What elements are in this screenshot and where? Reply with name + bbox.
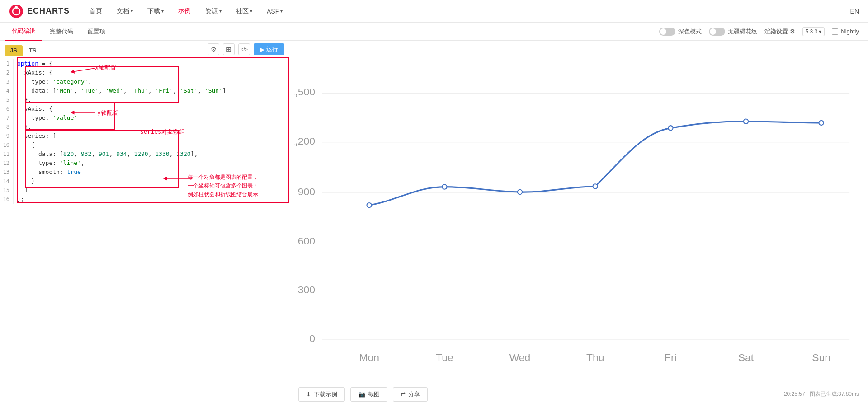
- timestamp-text: 20:25:57: [784, 391, 805, 397]
- render-settings-label: 渲染设置: [764, 28, 788, 36]
- code-line: 12 type: 'line',: [0, 159, 289, 168]
- nav-community[interactable]: 社区 ▾: [230, 4, 259, 19]
- svg-text:1,200: 1,200: [294, 135, 315, 147]
- nav-asf[interactable]: ASF ▾: [260, 4, 289, 19]
- sub-tab-full-code[interactable]: 完整代码: [42, 23, 80, 40]
- nightly-toggle-item: Nightly: [832, 28, 859, 35]
- dark-mode-label: 深色模式: [678, 28, 702, 36]
- dark-mode-toggle-item: 深色模式: [659, 28, 702, 36]
- chart-svg: 0 300 600 900 1,200 1,500 Mon Tue Wed: [294, 50, 859, 380]
- svg-text:900: 900: [298, 186, 315, 197]
- share-label: 分享: [408, 390, 420, 398]
- chart-bottom-bar: ⬇ 下载示例 📷 截图 ⇄ 分享 20:25:57 图表已生成:37.80ms: [289, 385, 868, 403]
- nav-examples[interactable]: 示例: [172, 3, 197, 19]
- version-selector[interactable]: 5.3.3 ▾: [802, 27, 825, 36]
- nightly-checkbox[interactable]: [832, 28, 838, 35]
- svg-text:Sun: Sun: [812, 351, 830, 363]
- code-icon-btn[interactable]: </>: [238, 43, 250, 55]
- code-line: 6 yAxis: {: [0, 104, 289, 113]
- sub-tab-config[interactable]: 配置项: [80, 23, 113, 40]
- svg-point-2: [15, 6, 18, 9]
- download-icon: ⬇: [306, 391, 311, 398]
- nav-docs-arrow: ▾: [131, 9, 133, 14]
- gear-icon: ⚙: [790, 28, 795, 35]
- svg-text:Tue: Tue: [436, 351, 453, 363]
- svg-text:Thu: Thu: [586, 351, 604, 363]
- data-point-thu: [593, 184, 597, 188]
- nav-resources[interactable]: 资源 ▾: [199, 4, 228, 19]
- version-label: 5.3.3: [806, 28, 818, 35]
- code-line: 16 };: [0, 195, 289, 204]
- code-line: 2 xAxis: {: [0, 68, 289, 77]
- dark-mode-toggle[interactable]: [659, 28, 675, 36]
- nav-resources-arrow: ▾: [219, 9, 222, 14]
- data-point-mon: [367, 203, 371, 207]
- chevron-down-icon: ▾: [819, 28, 821, 35]
- copy-icon: ⊞: [226, 46, 231, 53]
- lang-tab-icons: ⚙ ⊞ </> ▶ 运行: [208, 43, 284, 57]
- download-btn[interactable]: ⬇ 下载示例: [298, 387, 345, 402]
- code-line: 1 option = {: [0, 59, 289, 68]
- run-icon: ▶: [260, 46, 264, 53]
- code-line: 15 ]: [0, 186, 289, 195]
- svg-text:Wed: Wed: [509, 351, 531, 363]
- svg-text:300: 300: [298, 284, 315, 295]
- svg-text:1,500: 1,500: [294, 86, 315, 98]
- code-line: 4 data: ['Mon', 'Tue', 'Wed', 'Thu', 'Fr…: [0, 86, 289, 95]
- code-content[interactable]: 1 option = { 2 xAxis: { 3 type: 'categor…: [0, 57, 289, 403]
- nav-lang[interactable]: EN: [850, 8, 859, 15]
- nightly-label: Nightly: [841, 28, 859, 35]
- code-line: 13 smooth: true: [0, 168, 289, 177]
- share-icon: ⇄: [401, 391, 406, 398]
- lang-tabs-left: JS TS: [5, 45, 42, 56]
- chart-line: [369, 122, 821, 205]
- run-label: 运行: [266, 45, 278, 53]
- screenshot-label: 截图: [368, 390, 380, 398]
- code-icon: </>: [241, 47, 248, 52]
- code-line: 5 },: [0, 95, 289, 104]
- nav-asf-arrow: ▾: [280, 9, 283, 14]
- data-point-sun: [819, 121, 823, 125]
- code-lang-tabs: JS TS ⚙ ⊞ </> ▶ 运行: [0, 41, 289, 57]
- logo-text: ECHARTS: [27, 6, 70, 16]
- no-border-toggle[interactable]: [709, 28, 725, 36]
- share-btn[interactable]: ⇄ 分享: [393, 387, 428, 402]
- code-line: 14 }: [0, 177, 289, 186]
- chart-area: 0 300 600 900 1,200 1,500 Mon Tue Wed: [289, 41, 868, 385]
- sub-tab-code-edit[interactable]: 代码编辑: [5, 23, 42, 41]
- code-line: 7 type: 'value': [0, 113, 289, 122]
- chart-info-text: 图表已生成:37.80ms: [810, 391, 859, 397]
- copy-icon-btn[interactable]: ⊞: [223, 43, 235, 55]
- lang-tab-ts[interactable]: TS: [24, 45, 42, 56]
- lang-tab-js[interactable]: JS: [5, 45, 23, 56]
- top-navigation: ECHARTS 首页 文档 ▾ 下载 ▾ 示例 资源 ▾ 社区 ▾ ASF ▾ …: [0, 0, 868, 23]
- svg-text:600: 600: [298, 235, 315, 247]
- svg-text:0: 0: [309, 333, 315, 344]
- code-line: 9 series: [: [0, 131, 289, 141]
- code-line: 3 type: 'category',: [0, 77, 289, 86]
- no-border-toggle-item: 无疆碍花纹: [709, 28, 757, 36]
- run-button[interactable]: ▶ 运行: [254, 43, 284, 55]
- no-border-label: 无疆碍花纹: [728, 28, 757, 36]
- data-point-sat: [744, 119, 748, 124]
- chart-timestamp: 20:25:57 图表已生成:37.80ms: [784, 390, 859, 398]
- chart-actions: ⬇ 下载示例 📷 截图 ⇄ 分享: [298, 387, 428, 402]
- data-point-tue: [442, 184, 447, 189]
- svg-text:Fri: Fri: [665, 351, 677, 363]
- chart-panel: 0 300 600 900 1,200 1,500 Mon Tue Wed: [289, 41, 868, 403]
- logo-area[interactable]: ECHARTS: [9, 4, 70, 19]
- nav-items: 首页 文档 ▾ 下载 ▾ 示例 资源 ▾ 社区 ▾ ASF ▾: [83, 3, 850, 19]
- settings-icon: ⚙: [211, 46, 217, 53]
- nav-home[interactable]: 首页: [83, 4, 108, 19]
- svg-text:Mon: Mon: [359, 351, 379, 363]
- nav-download[interactable]: 下载 ▾: [141, 4, 170, 19]
- sub-navigation: 代码编辑 完整代码 配置项 深色模式 无疆碍花纹 渲染设置 ⚙ 5.3.3 ▾ …: [0, 23, 868, 41]
- camera-icon: 📷: [358, 391, 365, 398]
- render-settings-button[interactable]: 渲染设置 ⚙: [764, 28, 795, 36]
- screenshot-btn[interactable]: 📷 截图: [350, 387, 387, 402]
- nav-docs[interactable]: 文档 ▾: [110, 4, 139, 19]
- data-point-wed: [518, 190, 522, 194]
- svg-text:Sat: Sat: [738, 351, 754, 363]
- settings-icon-btn[interactable]: ⚙: [208, 43, 219, 55]
- data-point-fri: [668, 126, 673, 130]
